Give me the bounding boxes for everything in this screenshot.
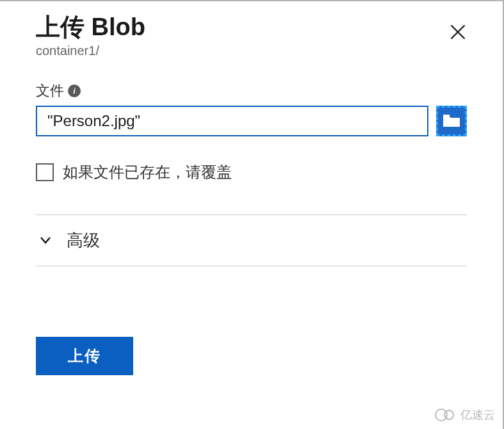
- overwrite-row: 如果文件已存在，请覆盖: [36, 162, 467, 182]
- close-icon: [449, 23, 467, 41]
- file-input[interactable]: [36, 106, 428, 136]
- upload-blob-panel: 上传 Blob container1/ 文件 i 如果文件已存: [0, 1, 503, 391]
- info-icon[interactable]: i: [68, 85, 81, 97]
- file-input-row: [36, 106, 467, 136]
- browse-button[interactable]: [436, 106, 467, 136]
- file-label-row: 文件 i: [36, 81, 467, 101]
- watermark-cloud-icon: [435, 408, 457, 422]
- watermark: 亿速云: [435, 407, 495, 423]
- file-label: 文件: [36, 81, 64, 101]
- chevron-down-icon: [38, 233, 53, 247]
- breadcrumb: container1/: [36, 44, 145, 58]
- svg-rect-2: [443, 115, 450, 117]
- overwrite-label: 如果文件已存在，请覆盖: [63, 162, 232, 182]
- watermark-text: 亿速云: [460, 407, 495, 423]
- header-text-block: 上传 Blob container1/: [36, 13, 145, 58]
- folder-icon: [443, 114, 460, 128]
- advanced-label: 高级: [67, 229, 100, 252]
- file-field-block: 文件 i: [36, 81, 467, 136]
- overwrite-checkbox[interactable]: [36, 163, 54, 181]
- upload-button[interactable]: 上传: [36, 337, 133, 375]
- close-button[interactable]: [444, 18, 472, 48]
- panel-header: 上传 Blob container1/: [36, 13, 467, 58]
- panel-title: 上传 Blob: [36, 13, 145, 42]
- advanced-toggle[interactable]: 高级: [36, 214, 467, 266]
